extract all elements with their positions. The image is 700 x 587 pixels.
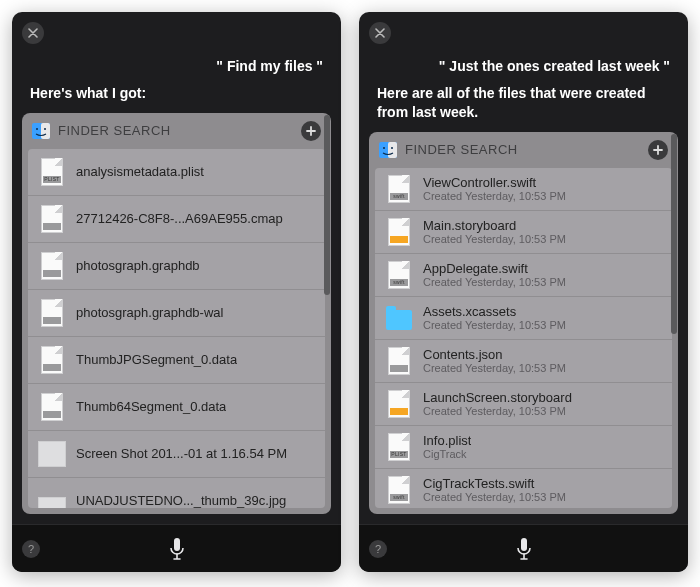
help-button[interactable]: ? xyxy=(369,540,387,558)
doc-file-icon xyxy=(38,345,66,375)
doc-file-icon xyxy=(38,392,66,422)
file-row[interactable]: Main.storyboardCreated Yesterday, 10:53 … xyxy=(375,211,672,254)
svg-point-2 xyxy=(36,128,38,130)
doc-file-icon xyxy=(38,204,66,234)
file-name: analysismetadata.plist xyxy=(76,164,204,179)
svg-point-3 xyxy=(44,128,46,130)
file-row[interactable]: Assets.xcassetsCreated Yesterday, 10:53 … xyxy=(375,297,672,340)
svg-rect-9 xyxy=(521,538,527,551)
svg-point-8 xyxy=(391,147,393,149)
siri-query: " Just the ones created last week " xyxy=(359,46,688,82)
finder-label: FINDER SEARCH xyxy=(58,123,171,138)
svg-rect-6 xyxy=(388,142,397,158)
svg-rect-1 xyxy=(41,123,50,139)
mic-button[interactable] xyxy=(511,536,537,562)
finder-icon xyxy=(379,141,397,159)
file-name: Info.plist xyxy=(423,433,471,448)
doc-file-icon xyxy=(38,298,66,328)
file-row[interactable]: UNADJUSTEDNO..._thumb_39c.jpg xyxy=(28,478,325,508)
siri-query: " Find my files " xyxy=(12,46,341,82)
image-thumb-icon xyxy=(38,486,66,508)
file-row[interactable]: PLISTanalysismetadata.plist xyxy=(28,149,325,196)
swift-file-icon: swift xyxy=(385,475,413,505)
file-row[interactable]: swiftAppDelegate.swiftCreated Yesterday,… xyxy=(375,254,672,297)
file-name: Contents.json xyxy=(423,347,566,362)
image-thumb-icon xyxy=(38,439,66,469)
file-row[interactable]: photosgraph.graphdb xyxy=(28,243,325,290)
siri-response: Here are all of the files that were crea… xyxy=(359,82,688,132)
add-results-button[interactable] xyxy=(648,140,668,160)
svg-rect-4 xyxy=(174,538,180,551)
add-results-button[interactable] xyxy=(301,121,321,141)
siri-panel: " Just the ones created last week "Here … xyxy=(359,12,688,572)
finder-label: FINDER SEARCH xyxy=(405,142,518,157)
file-list[interactable]: PLISTanalysismetadata.plist27712426-C8F8… xyxy=(28,149,325,508)
story-file-icon xyxy=(385,389,413,419)
file-name: LaunchScreen.storyboard xyxy=(423,390,572,405)
scrollbar-thumb[interactable] xyxy=(324,115,330,295)
file-row[interactable]: PLISTInfo.plistCigTrack xyxy=(375,426,672,469)
file-name: photosgraph.graphdb-wal xyxy=(76,305,223,320)
file-name: Main.storyboard xyxy=(423,218,566,233)
swift-file-icon: swift xyxy=(385,174,413,204)
file-name: ThumbJPGSegment_0.data xyxy=(76,352,237,367)
plist-file-icon: PLIST xyxy=(385,432,413,462)
file-subtitle: Created Yesterday, 10:53 PM xyxy=(423,276,566,288)
close-button[interactable] xyxy=(369,22,391,44)
svg-point-7 xyxy=(383,147,385,149)
file-name: CigTrackTests.swift xyxy=(423,476,566,491)
file-subtitle: Created Yesterday, 10:53 PM xyxy=(423,319,566,331)
file-row[interactable]: LaunchScreen.storyboardCreated Yesterday… xyxy=(375,383,672,426)
siri-bottom-bar: ? xyxy=(12,524,341,572)
finder-icon xyxy=(32,122,50,140)
file-row[interactable]: swiftViewController.swiftCreated Yesterd… xyxy=(375,168,672,211)
file-name: Screen Shot 201...-01 at 1.16.54 PM xyxy=(76,446,287,461)
story-file-icon xyxy=(385,217,413,247)
file-name: photosgraph.graphdb xyxy=(76,258,200,273)
file-name: Thumb64Segment_0.data xyxy=(76,399,226,414)
file-subtitle: Created Yesterday, 10:53 PM xyxy=(423,190,566,202)
close-button[interactable] xyxy=(22,22,44,44)
file-name: ViewController.swift xyxy=(423,175,566,190)
file-subtitle: Created Yesterday, 10:53 PM xyxy=(423,362,566,374)
file-name: Assets.xcassets xyxy=(423,304,566,319)
file-subtitle: CigTrack xyxy=(423,448,471,460)
file-row[interactable]: ThumbJPGSegment_0.data xyxy=(28,337,325,384)
file-row[interactable]: swiftCigTrackTests.swiftCreated Yesterda… xyxy=(375,469,672,508)
siri-panel: " Find my files "Here's what I got:FINDE… xyxy=(12,12,341,572)
file-row[interactable]: Thumb64Segment_0.data xyxy=(28,384,325,431)
siri-bottom-bar: ? xyxy=(359,524,688,572)
file-row[interactable]: photosgraph.graphdb-wal xyxy=(28,290,325,337)
finder-results-card: FINDER SEARCHswiftViewController.swiftCr… xyxy=(369,132,678,514)
file-name: UNADJUSTEDNO..._thumb_39c.jpg xyxy=(76,493,286,508)
file-list[interactable]: swiftViewController.swiftCreated Yesterd… xyxy=(375,168,672,508)
scrollbar-thumb[interactable] xyxy=(671,134,677,334)
file-name: 27712426-C8F8-...A69AE955.cmap xyxy=(76,211,283,226)
file-row[interactable]: Screen Shot 201...-01 at 1.16.54 PM xyxy=(28,431,325,478)
file-name: AppDelegate.swift xyxy=(423,261,566,276)
doc-file-icon xyxy=(38,251,66,281)
siri-response: Here's what I got: xyxy=(12,82,341,113)
file-subtitle: Created Yesterday, 10:53 PM xyxy=(423,491,566,503)
finder-results-card: FINDER SEARCHPLISTanalysismetadata.plist… xyxy=(22,113,331,514)
doc-file-icon xyxy=(385,346,413,376)
mic-button[interactable] xyxy=(164,536,190,562)
file-subtitle: Created Yesterday, 10:53 PM xyxy=(423,233,566,245)
help-button[interactable]: ? xyxy=(22,540,40,558)
file-subtitle: Created Yesterday, 10:53 PM xyxy=(423,405,572,417)
file-row[interactable]: 27712426-C8F8-...A69AE955.cmap xyxy=(28,196,325,243)
swift-file-icon: swift xyxy=(385,260,413,290)
file-row[interactable]: Contents.jsonCreated Yesterday, 10:53 PM xyxy=(375,340,672,383)
plist-file-icon: PLIST xyxy=(38,157,66,187)
folder-icon xyxy=(385,303,413,333)
